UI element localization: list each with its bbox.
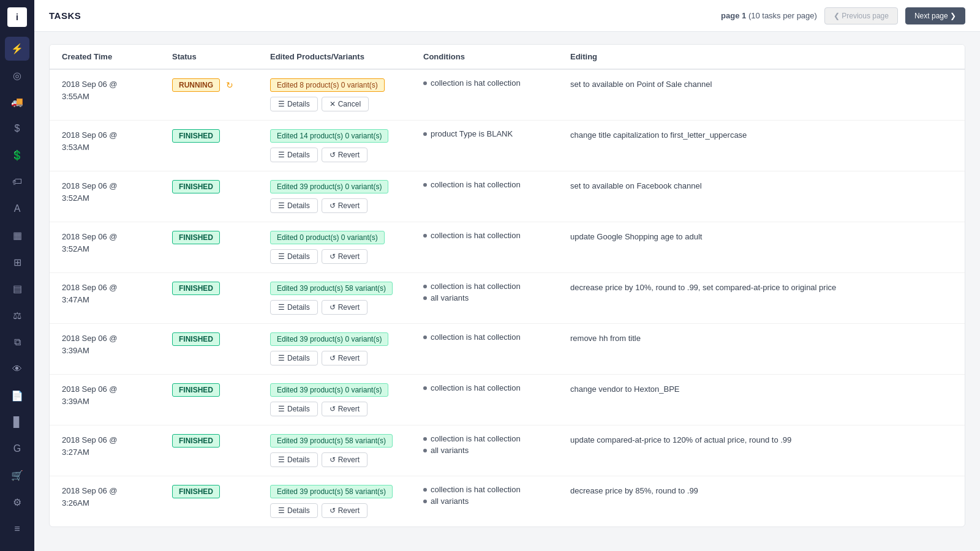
details-icon: ☰ — [278, 405, 285, 413]
sidebar-item-barcode[interactable]: ▊ — [5, 410, 29, 435]
action-buttons: ☰ Details↺ Revert — [270, 148, 416, 162]
conditions-cell: collection is hat collectionall variants — [423, 485, 570, 506]
sidebar-item-settings[interactable]: ⚙ — [5, 490, 29, 515]
bullet-icon — [423, 81, 427, 85]
sidebar-item-doc[interactable]: 📄 — [5, 383, 29, 408]
details-button[interactable]: ☰ Details — [270, 300, 318, 315]
condition-text: product Type is BLANK — [431, 129, 513, 138]
revert-icon: ↺ — [330, 303, 336, 312]
revert-button[interactable]: ↺ Revert — [322, 503, 368, 518]
revert-button[interactable]: ↺ Revert — [322, 249, 368, 264]
conditions-cell: collection is hat collection — [423, 78, 570, 88]
status-cell: FINISHED — [172, 180, 270, 193]
details-icon: ☰ — [278, 151, 285, 159]
bullet-icon — [423, 183, 427, 187]
cancel-icon: ✕ — [330, 100, 336, 108]
edited-badge: Edited 39 product(s) 0 variant(s) — [270, 180, 388, 193]
sidebar-item-widget[interactable]: ⧉ — [5, 330, 29, 354]
action-buttons: ☰ Details↺ Revert — [270, 198, 416, 213]
table-row: 2018 Sep 06 @3:52AMFINISHEDEdited 39 pro… — [50, 171, 965, 222]
sidebar-item-menu[interactable]: ≡ — [5, 517, 29, 541]
action-buttons: ☰ Details↺ Revert — [270, 503, 416, 518]
sidebar-item-eye[interactable]: 👁 — [5, 357, 29, 381]
sidebar-item-home[interactable]: ◎ — [5, 63, 29, 88]
details-button[interactable]: ☰ Details — [270, 148, 318, 162]
conditions-cell: product Type is BLANK — [423, 129, 570, 138]
sidebar-item-money[interactable]: 💲 — [5, 143, 29, 168]
revert-icon: ↺ — [330, 151, 336, 159]
sidebar-item-bolt[interactable]: ⚡ — [5, 37, 29, 61]
created-time-cell: 2018 Sep 06 @3:47AM — [62, 282, 172, 305]
action-buttons: ☰ Details✕ Cancel — [270, 97, 416, 111]
condition-item: all variants — [423, 446, 563, 455]
sidebar-item-dollar[interactable]: $ — [5, 116, 29, 141]
next-page-button[interactable]: Next page ❯ — [905, 7, 965, 24]
details-button[interactable]: ☰ Details — [270, 351, 318, 365]
header: TASKS page 1 (10 tasks per page) ❮ Previ… — [34, 0, 980, 32]
table-row: 2018 Sep 06 @3:47AMFINISHEDEdited 39 pro… — [50, 273, 965, 324]
created-time-cell: 2018 Sep 06 @3:52AM — [62, 180, 172, 204]
condition-text: collection is hat collection — [431, 180, 521, 189]
details-button[interactable]: ☰ Details — [270, 402, 318, 416]
bullet-icon — [423, 488, 427, 492]
condition-item: collection is hat collection — [423, 383, 563, 392]
main-content: TASKS page 1 (10 tasks per page) ❮ Previ… — [34, 0, 980, 551]
status-badge: FINISHED — [172, 434, 220, 448]
edited-products-cell: Edited 39 product(s) 0 variant(s)☰ Detai… — [270, 332, 423, 365]
status-cell: FINISHED — [172, 282, 270, 295]
details-button[interactable]: ☰ Details — [270, 97, 318, 111]
details-icon: ☰ — [278, 455, 285, 464]
revert-button[interactable]: ↺ Revert — [322, 351, 368, 365]
details-button[interactable]: ☰ Details — [270, 249, 318, 264]
edited-badge: Edited 39 product(s) 0 variant(s) — [270, 332, 388, 346]
bullet-icon — [423, 386, 427, 390]
sidebar-item-card[interactable]: ▦ — [5, 223, 29, 248]
table-row: 2018 Sep 06 @3:55AMRUNNING↻Edited 8 prod… — [50, 70, 965, 121]
condition-item: collection is hat collection — [423, 332, 563, 342]
revert-button[interactable]: ↺ Revert — [322, 198, 368, 213]
edited-badge: Edited 39 product(s) 58 variant(s) — [270, 485, 393, 498]
revert-icon: ↺ — [330, 201, 336, 210]
editing-cell: update compared-at-price to 120% of actu… — [570, 434, 952, 446]
status-cell: FINISHED — [172, 383, 270, 397]
details-icon: ☰ — [278, 303, 285, 312]
status-badge: RUNNING — [172, 78, 220, 92]
details-button[interactable]: ☰ Details — [270, 503, 318, 518]
conditions-cell: collection is hat collection — [423, 231, 570, 240]
details-button[interactable]: ☰ Details — [270, 452, 318, 467]
condition-item: collection is hat collection — [423, 434, 563, 443]
sidebar-item-truck[interactable]: 🚚 — [5, 90, 29, 114]
cancel-button[interactable]: ✕ Cancel — [322, 97, 369, 111]
revert-icon: ↺ — [330, 252, 336, 261]
app-logo[interactable]: i — [7, 7, 27, 27]
status-badge: FINISHED — [172, 383, 220, 397]
details-button[interactable]: ☰ Details — [270, 198, 318, 213]
created-time-cell: 2018 Sep 06 @3:55AM — [62, 78, 172, 102]
page-title: TASKS — [49, 10, 81, 21]
condition-item: collection is hat collection — [423, 231, 563, 240]
sidebar-item-report[interactable]: ▤ — [5, 277, 29, 301]
bullet-icon — [423, 335, 427, 339]
col-status: Status — [172, 52, 270, 61]
sidebar-item-cart[interactable]: 🛒 — [5, 463, 29, 488]
revert-button[interactable]: ↺ Revert — [322, 300, 368, 315]
editing-cell: decrease price by 10%, round to .99, set… — [570, 282, 952, 294]
sidebar-item-scale[interactable]: ⚖ — [5, 304, 29, 328]
sidebar-item-g[interactable]: G — [5, 437, 29, 462]
condition-item: all variants — [423, 293, 563, 302]
sidebar-item-tag[interactable]: 🏷 — [5, 170, 29, 195]
revert-button[interactable]: ↺ Revert — [322, 148, 368, 162]
condition-item: collection is hat collection — [423, 180, 563, 189]
action-buttons: ☰ Details↺ Revert — [270, 249, 416, 264]
table-body: 2018 Sep 06 @3:55AMRUNNING↻Edited 8 prod… — [50, 70, 965, 527]
edited-products-cell: Edited 39 product(s) 58 variant(s)☰ Deta… — [270, 434, 423, 467]
sidebar-item-grid[interactable]: ⊞ — [5, 250, 29, 274]
bullet-icon — [423, 285, 427, 288]
status-cell: FINISHED — [172, 129, 270, 143]
sidebar-item-text[interactable]: A — [5, 197, 29, 221]
revert-button[interactable]: ↺ Revert — [322, 452, 368, 467]
details-icon: ☰ — [278, 506, 285, 515]
revert-button[interactable]: ↺ Revert — [322, 402, 368, 416]
created-time-cell: 2018 Sep 06 @3:39AM — [62, 332, 172, 356]
table-row: 2018 Sep 06 @3:52AMFINISHEDEdited 0 prod… — [50, 222, 965, 273]
